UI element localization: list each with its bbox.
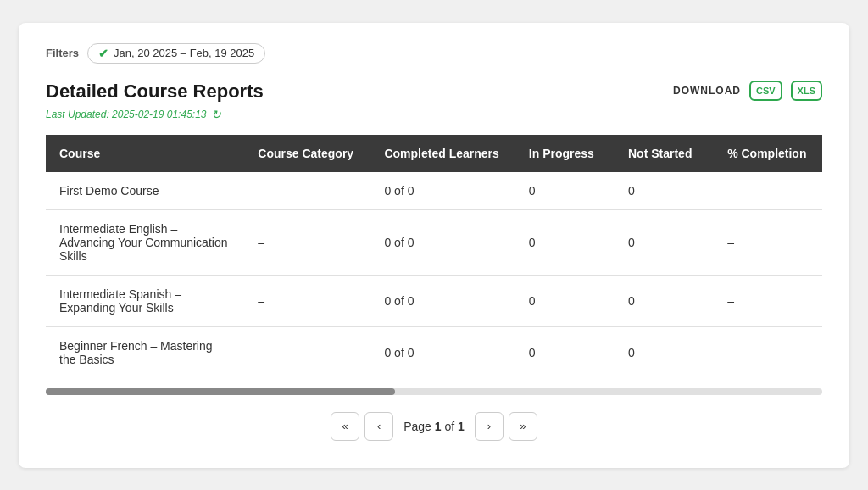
col-header-inprogress: In Progress: [515, 135, 615, 172]
cell-inprogress-3: 0: [515, 326, 615, 378]
col-header-completion: % Completion: [714, 135, 822, 172]
date-filter-badge[interactable]: ✔ Jan, 20 2025 – Feb, 19 2025: [87, 43, 265, 64]
cell-inprogress-2: 0: [515, 275, 615, 326]
cell-category-3: –: [244, 326, 370, 378]
current-page: 1: [435, 420, 442, 433]
col-header-category: Course Category: [244, 135, 370, 172]
csv-download-button[interactable]: CSV: [749, 81, 782, 101]
cell-notstarted-2: 0: [615, 275, 714, 326]
date-range-text: Jan, 20 2025 – Feb, 19 2025: [114, 47, 254, 59]
table-row: First Demo Course – 0 of 0 0 0 –: [46, 172, 822, 210]
last-updated-text: Last Updated: 2025-02-19 01:45:13: [46, 109, 206, 120]
horizontal-scrollbar[interactable]: [46, 388, 822, 395]
cell-completed-1: 0 of 0: [370, 209, 515, 275]
cell-completion-0: –: [714, 172, 822, 210]
cell-completion-3: –: [714, 326, 822, 378]
cell-course-1: Intermediate English – Advancing Your Co…: [46, 209, 244, 275]
cell-completion-2: –: [714, 275, 822, 326]
cell-inprogress-1: 0: [515, 209, 615, 275]
cell-notstarted-3: 0: [615, 326, 714, 378]
cell-category-1: –: [244, 209, 370, 275]
xls-label: XLS: [798, 86, 815, 96]
cell-inprogress-0: 0: [515, 172, 615, 210]
cell-completion-1: –: [714, 209, 822, 275]
check-icon: ✔: [98, 47, 108, 60]
last-updated-bar: Last Updated: 2025-02-19 01:45:13 ↻: [46, 108, 822, 121]
download-label: DOWNLOAD: [673, 85, 741, 97]
cell-notstarted-1: 0: [615, 209, 714, 275]
refresh-icon[interactable]: ↻: [211, 108, 221, 121]
cell-category-2: –: [244, 275, 370, 326]
cell-course-3: Beginner French – Mastering the Basics: [46, 326, 244, 378]
cell-completed-3: 0 of 0: [370, 326, 515, 378]
cell-completed-2: 0 of 0: [370, 275, 515, 326]
prev-page-button[interactable]: ‹: [364, 412, 393, 441]
cell-category-0: –: [244, 172, 370, 210]
table-body: First Demo Course – 0 of 0 0 0 – Interme…: [46, 172, 822, 378]
page-title: Detailed Course Reports: [46, 81, 264, 103]
filters-bar: Filters ✔ Jan, 20 2025 – Feb, 19 2025: [46, 43, 822, 64]
next-page-button[interactable]: ›: [475, 412, 504, 441]
cell-completed-0: 0 of 0: [370, 172, 515, 210]
table-row: Intermediate English – Advancing Your Co…: [46, 209, 822, 275]
filters-label: Filters: [46, 47, 79, 59]
cell-course-0: First Demo Course: [46, 172, 244, 210]
first-page-button[interactable]: «: [331, 412, 359, 441]
table-row: Beginner French – Mastering the Basics –…: [46, 326, 822, 378]
pagination: « ‹ Page 1 of 1 › »: [46, 412, 822, 441]
col-header-course: Course: [46, 135, 244, 172]
csv-label: CSV: [756, 86, 776, 96]
last-page-button[interactable]: »: [509, 412, 537, 441]
download-section: DOWNLOAD CSV XLS: [673, 81, 822, 101]
table-header-row: Course Course Category Completed Learner…: [46, 135, 822, 172]
cell-notstarted-0: 0: [615, 172, 714, 210]
xls-download-button[interactable]: XLS: [791, 81, 822, 101]
page-info: Page 1 of 1: [398, 420, 470, 433]
main-container: Filters ✔ Jan, 20 2025 – Feb, 19 2025 De…: [19, 23, 849, 468]
table-header: Course Course Category Completed Learner…: [46, 135, 822, 172]
col-header-completed: Completed Learners: [370, 135, 515, 172]
course-reports-table: Course Course Category Completed Learner…: [46, 135, 822, 378]
header-row: Detailed Course Reports DOWNLOAD CSV XLS: [46, 81, 822, 103]
table-row: Intermediate Spanish – Expanding Your Sk…: [46, 275, 822, 326]
col-header-notstarted: Not Started: [615, 135, 714, 172]
cell-course-2: Intermediate Spanish – Expanding Your Sk…: [46, 275, 244, 326]
scrollbar-thumb: [46, 388, 395, 395]
total-pages: 1: [458, 420, 465, 433]
